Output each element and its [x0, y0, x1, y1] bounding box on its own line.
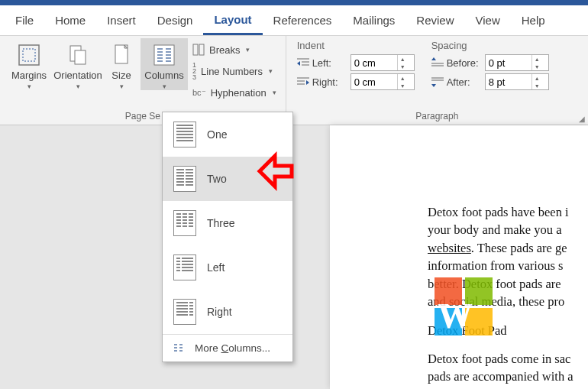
columns-thumb-two	[173, 166, 196, 192]
columns-button[interactable]: Columns ▾	[141, 38, 188, 90]
caret-icon: ▾	[269, 67, 273, 75]
doc-line: information from various s	[428, 257, 588, 274]
spin-down[interactable]: ▼	[532, 82, 542, 89]
doc-line: Detox foot pads come in sac	[428, 350, 588, 368]
spin-down[interactable]: ▼	[398, 82, 408, 89]
caret-icon: ▾	[273, 89, 276, 96]
spin-up[interactable]: ▲	[532, 74, 542, 82]
spin-up[interactable]: ▲	[398, 74, 408, 82]
svg-rect-16	[193, 44, 198, 55]
spacing-after-spinner[interactable]: ▲▼	[485, 73, 549, 90]
group-label-paragraph: Paragraph	[291, 109, 583, 123]
spin-up[interactable]: ▲	[398, 55, 408, 63]
columns-thumb-one	[173, 122, 196, 147]
indent-left-icon	[297, 57, 309, 68]
line-numbers-button[interactable]: 123 Line Numbers▾	[191, 63, 278, 79]
indent-right-spinner[interactable]: ▲▼	[351, 73, 415, 90]
doc-line: websites. These pads are ge	[428, 239, 588, 257]
doc-line: and social media, these pro	[428, 293, 588, 310]
margins-button[interactable]: Margins ▾	[5, 38, 53, 90]
ribbon-tabs: File Home Insert Design Layout Reference…	[0, 5, 588, 36]
ribbon: Margins ▾ Orientation ▾ Size ▾	[0, 36, 588, 125]
spacing-before-label: Before:	[447, 57, 482, 69]
columns-option-two[interactable]: Two	[163, 157, 292, 201]
tab-file[interactable]: File	[5, 5, 44, 35]
spacing-after-icon	[431, 76, 444, 87]
caret-icon: ▾	[76, 83, 80, 90]
columns-option-right[interactable]: Right	[163, 290, 292, 334]
spacing-before-icon	[431, 57, 444, 68]
paragraph-dialog-launcher[interactable]: ◢	[577, 114, 586, 123]
caret-icon: ▾	[27, 83, 31, 90]
columns-icon	[150, 41, 178, 69]
indent-left-label: Left:	[312, 57, 347, 69]
doc-line: Detox Foot Pad	[428, 322, 588, 339]
indent-header: Indent	[297, 40, 415, 51]
tab-mailings[interactable]: Mailings	[342, 5, 405, 35]
spin-down[interactable]: ▼	[532, 63, 542, 70]
indent-left-input[interactable]	[351, 57, 397, 69]
orientation-icon	[64, 41, 92, 69]
tab-review[interactable]: Review	[405, 5, 464, 35]
columns-more[interactable]: More Columns...	[163, 335, 292, 361]
tab-layout[interactable]: Layout	[203, 5, 262, 35]
window-titlebar	[0, 0, 588, 5]
indent-left-spinner[interactable]: ▲▼	[351, 54, 415, 71]
breaks-icon	[192, 44, 205, 56]
spin-up[interactable]: ▲	[532, 55, 542, 63]
spacing-after-input[interactable]	[486, 76, 531, 88]
indent-right-icon	[297, 76, 309, 87]
size-icon	[108, 41, 135, 69]
hyphenation-button[interactable]: bc⁻ Hyphenation▾	[191, 84, 278, 101]
svg-rect-5	[154, 45, 174, 65]
caret-icon: ▾	[120, 83, 124, 90]
indent-right-input[interactable]	[351, 76, 397, 88]
document-page[interactable]: Detox foot pads have been i your body an…	[330, 125, 588, 389]
spacing-before-input[interactable]	[486, 57, 531, 69]
doc-line: better. Detox foot pads are	[428, 275, 588, 293]
svg-rect-3	[75, 50, 86, 64]
columns-thumb-right	[173, 299, 196, 325]
spacing-before-spinner[interactable]: ▲▼	[485, 54, 549, 71]
svg-rect-0	[19, 45, 39, 65]
caret-icon: ▾	[163, 83, 166, 90]
columns-dropdown: One Two Three Left Right More Columns..	[162, 112, 293, 362]
tab-home[interactable]: Home	[44, 5, 96, 35]
spacing-after-label: After:	[447, 76, 482, 88]
svg-rect-1	[23, 49, 35, 61]
svg-rect-17	[199, 44, 204, 55]
hyphenation-icon: bc⁻	[192, 88, 206, 98]
line-numbers-icon: 123	[192, 62, 196, 80]
doc-line: Detox foot pads have been i	[428, 203, 588, 221]
columns-thumb-three	[173, 210, 196, 236]
columns-option-one[interactable]: One	[163, 112, 292, 157]
margins-icon	[15, 41, 43, 69]
tab-design[interactable]: Design	[147, 5, 204, 35]
more-columns-icon	[173, 343, 186, 354]
breaks-button[interactable]: Breaks▾	[191, 41, 278, 58]
doc-link-websites[interactable]: websites	[428, 241, 471, 255]
columns-thumb-left	[173, 254, 196, 280]
size-button[interactable]: Size ▾	[102, 38, 141, 90]
caret-icon: ▾	[246, 46, 250, 53]
orientation-button[interactable]: Orientation ▾	[53, 38, 102, 90]
indent-right-label: Right:	[312, 76, 347, 88]
tab-insert[interactable]: Insert	[96, 5, 147, 35]
doc-line: pads are accompanied with a	[428, 368, 588, 385]
spacing-header: Spacing	[431, 40, 549, 51]
tab-view[interactable]: View	[465, 5, 511, 35]
columns-option-left[interactable]: Left	[163, 245, 292, 290]
columns-option-three[interactable]: Three	[163, 201, 292, 245]
spin-down[interactable]: ▼	[398, 63, 408, 70]
doc-line: your body and make you a	[428, 221, 588, 238]
tab-references[interactable]: References	[263, 5, 343, 35]
group-paragraph: Indent Left: ▲▼ Right:	[286, 36, 588, 125]
tab-help[interactable]: Help	[511, 5, 556, 35]
